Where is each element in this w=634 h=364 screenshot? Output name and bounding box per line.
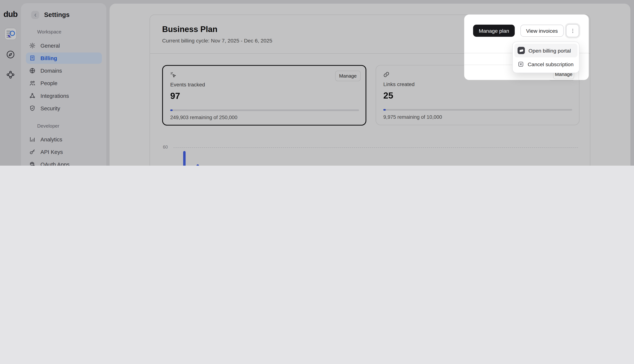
- menu-item-cancel-subscription[interactable]: Cancel subscription: [514, 57, 577, 71]
- square-x-icon: [518, 61, 524, 68]
- billing-portal-icon: [518, 47, 525, 54]
- dots-vertical-icon: [570, 28, 576, 34]
- billing-options-menu: Open billing portal Cancel subscription: [512, 42, 579, 73]
- manage-plan-button[interactable]: Manage plan: [473, 25, 515, 37]
- menu-item-label: Cancel subscription: [528, 61, 573, 67]
- view-invoices-button[interactable]: View invoices: [520, 25, 563, 37]
- menu-item-open-billing-portal[interactable]: Open billing portal: [514, 44, 577, 57]
- more-options-button[interactable]: [566, 24, 579, 37]
- app-root: dub Settings Workspace: [0, 0, 634, 166]
- menu-item-label: Open billing portal: [529, 48, 571, 54]
